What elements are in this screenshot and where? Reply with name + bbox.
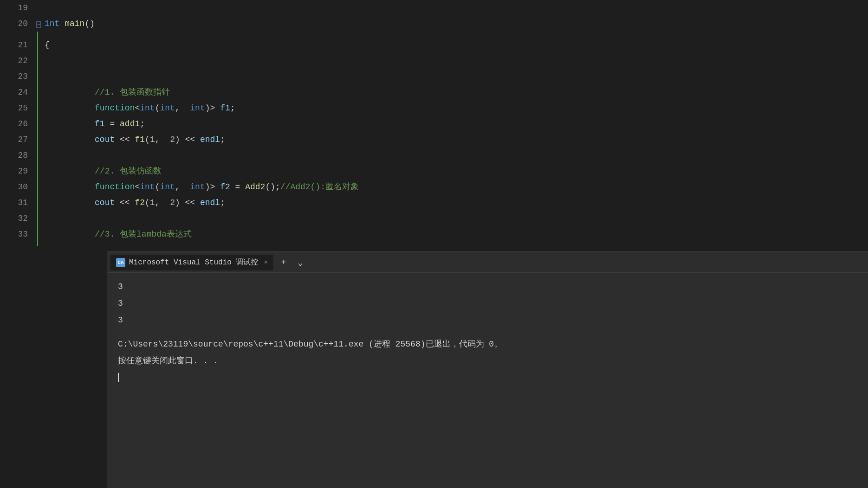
code-line-21: 21 { (0, 32, 868, 47)
code-line-26: 26 (0, 110, 868, 126)
code-line-20: 20 − int main() (0, 16, 868, 32)
line-num-19: 19 (0, 0, 37, 16)
code-line-34: 34 return 0; (0, 237, 868, 246)
code-line-24: 24 f1 = add1; (0, 79, 868, 95)
code-line-27: 27 //2. 包装仿函数 (0, 126, 868, 142)
terminal-tab-icon: CA (116, 258, 125, 267)
code-line-33: 33 cout << f3(1, 2) << endl; (0, 221, 868, 237)
terminal-output-line-2: 3 (118, 295, 857, 312)
line-num-20: 20 (0, 16, 37, 32)
terminal-tab-label: Microsoft Visual Studio 调试控 (129, 257, 258, 267)
code-line-22: 22 //1. 包装函数指针 (0, 47, 868, 63)
code-line-28: 28 function<int(int, int)> f2 = Add2();/… (0, 142, 868, 158)
code-line-23: 23 function<int(int, int)> f1; (0, 63, 868, 79)
terminal-tab-actions: + ⌄ (277, 256, 307, 269)
terminal-output-line-1: 3 (118, 278, 857, 295)
collapse-icon-20[interactable]: − (36, 21, 40, 28)
tab-icon-text: CA (117, 260, 123, 265)
code-editor: 19 20 − int main() 21 { 22 (0, 0, 868, 246)
terminal-tab-bar: CA Microsoft Visual Studio 调试控 × + ⌄ (107, 252, 868, 273)
code-line-25: 25 cout << f1(1, 2) << endl; (0, 95, 868, 110)
terminal-cursor (118, 373, 119, 382)
terminal-tab[interactable]: CA Microsoft Visual Studio 调试控 × (110, 255, 273, 270)
terminal-path-line1: C:\Users\23119\source\repos\c++11\Debug\… (118, 336, 857, 353)
code-line-31: 31 //3. 包装lambda表达式 (0, 189, 868, 205)
line-content-34: return 0; (42, 242, 868, 246)
terminal-content: 3 3 3 C:\Users\23119\source\repos\c++11\… (107, 273, 868, 392)
terminal-cursor-line (118, 369, 857, 386)
line-num-34: 34 (0, 242, 37, 246)
terminal-add-button[interactable]: + (277, 256, 290, 269)
code-lines: 19 20 − int main() 21 { 22 (0, 0, 868, 246)
terminal-close-button[interactable]: × (264, 259, 267, 266)
code-line-19: 19 (0, 0, 868, 16)
terminal-chevron-button[interactable]: ⌄ (294, 256, 307, 269)
line-indicator-20[interactable]: − (37, 21, 40, 28)
terminal-path-line2: 按任意键关闭此窗口. . . (118, 353, 857, 369)
code-line-32: 32 function<int(int, int)> f3 = [](const… (0, 205, 868, 221)
code-line-30: 30 (0, 173, 868, 189)
code-line-29: 29 cout << f2(1, 2) << endl; (0, 158, 868, 173)
terminal-panel: CA Microsoft Visual Studio 调试控 × + ⌄ 3 3… (107, 251, 868, 488)
line-content-20: int main() (42, 16, 868, 32)
line-indicator-34 (37, 237, 40, 246)
terminal-output-line-3: 3 (118, 312, 857, 328)
